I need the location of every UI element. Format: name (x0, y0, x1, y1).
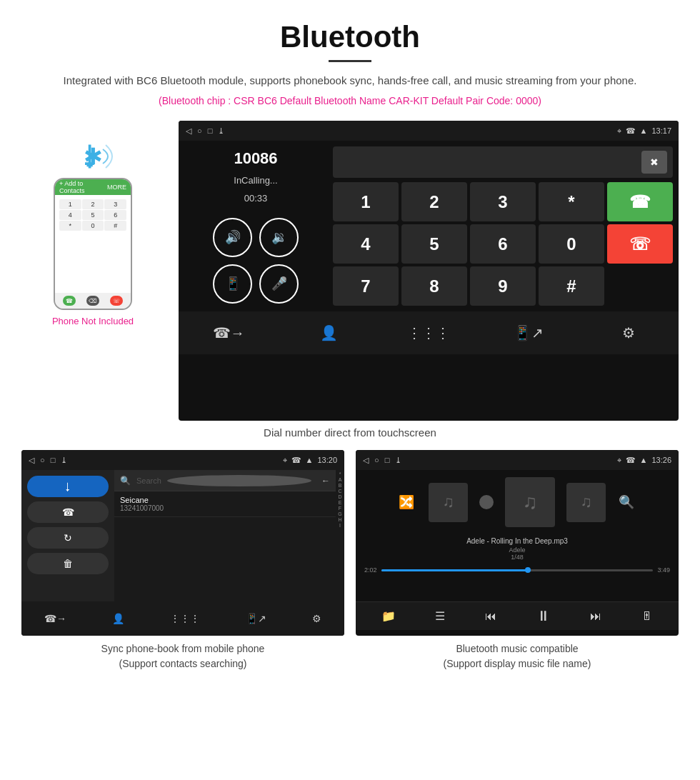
music-time: 13:26 (651, 456, 671, 464)
prev-icon[interactable]: ⏮ (485, 610, 496, 623)
key-6[interactable]: 6 (470, 224, 536, 264)
pb-call-icon: ☎ (291, 456, 301, 465)
key-2[interactable]: 2 (401, 182, 467, 221)
phone-key-4: 4 (59, 210, 81, 220)
key-3[interactable]: 3 (470, 182, 536, 221)
top-section: ✱ ⭣ + Add to Contacts MORE 1 2 3 4 5 (0, 121, 700, 421)
pb-alpha-I[interactable]: I (339, 523, 341, 528)
pb-empty-space (114, 517, 336, 601)
progress-bar[interactable] (381, 569, 654, 571)
pb-alpha-D[interactable]: D (338, 494, 341, 499)
pb-sync-btn[interactable]: ↻ (27, 527, 109, 549)
play-pause-icon[interactable]: ⏸ (536, 608, 551, 624)
pb-status-icons: ⌖ ☎ ▲ 13:20 (283, 456, 337, 465)
call-accept-btn[interactable]: ☎ (607, 182, 673, 221)
phone-screen-bar: + Add to Contacts MORE (55, 179, 131, 195)
nav-calls-icon[interactable]: ☎→ (211, 319, 246, 347)
music-nav-back: ◁ (363, 456, 369, 465)
key-5[interactable]: 5 (401, 224, 467, 264)
pb-alpha-F[interactable]: F (339, 506, 341, 511)
phonebook-caption: Sync phone-book from mobile phone(Suppor… (101, 636, 265, 683)
call-timer-text: 00:33 (244, 193, 268, 204)
pb-nav-calls[interactable]: ☎→ (44, 613, 66, 624)
key-8[interactable]: 8 (401, 266, 467, 306)
pb-delete-btn[interactable]: 🗑 (27, 553, 109, 574)
pb-nav-settings[interactable]: ⚙ (312, 613, 321, 624)
key-4[interactable]: 4 (333, 224, 399, 264)
key-hash[interactable]: # (539, 266, 604, 306)
volume-up-btn[interactable]: 🔊 (213, 218, 252, 257)
folder-icon[interactable]: 📁 (381, 609, 396, 623)
key-9[interactable]: 9 (470, 266, 536, 306)
progress-fill (381, 569, 531, 571)
pb-alpha-E[interactable]: E (339, 500, 342, 505)
call-icon: ☎ (626, 126, 636, 136)
pb-bottom-nav: ☎→ 👤 ⋮⋮⋮ 📱↗ ⚙ (21, 601, 344, 636)
pb-nav-transfer[interactable]: 📱↗ (246, 613, 266, 624)
music-caption-text: Bluetooth music compatible(Support displ… (444, 643, 591, 669)
music-caption: Bluetooth music compatible(Support displ… (444, 636, 591, 683)
delete-button[interactable]: ✖ (641, 151, 667, 174)
transfer-btn[interactable]: 📱 (213, 264, 252, 304)
pb-alpha-A[interactable]: A (339, 477, 342, 482)
pb-alphabet-index: * A B C D E F G H I (336, 470, 344, 601)
pb-phone-btn[interactable]: ☎ (27, 501, 109, 523)
next-icon[interactable]: ⏭ (590, 610, 601, 623)
music-controls: 📁 ☰ ⏮ ⏸ ⏭ 🎚 (356, 601, 679, 630)
phone-key-6: 6 (104, 210, 126, 220)
phonebook-screenshot-item: ◁ ○ □ ⤓ ⌖ ☎ ▲ 13:20 ⭣ ☎ ↻ (21, 450, 344, 683)
pb-alpha-G[interactable]: G (338, 511, 341, 516)
mic-btn[interactable]: 🎤 (259, 264, 299, 304)
pb-wifi-icon: ▲ (306, 456, 314, 464)
key-7[interactable]: 7 (333, 266, 399, 306)
number-input-field[interactable] (339, 156, 637, 168)
pb-nav-contacts[interactable]: 👤 (112, 613, 124, 624)
equalizer-icon[interactable]: 🎚 (641, 610, 653, 623)
call-number-display: 10086 (234, 149, 277, 168)
nav-back-icon: ◁ (186, 126, 191, 136)
key-star[interactable]: * (539, 182, 604, 221)
nav-contacts-icon[interactable]: 👤 (311, 319, 346, 347)
album-art-small-left: ♫ (429, 483, 468, 522)
status-bar-phonebook: ◁ ○ □ ⤓ ⌖ ☎ ▲ 13:20 (21, 450, 344, 470)
music-title: Adele - Rolling In the Deep.mp3 (361, 537, 673, 545)
svg-text:🔀: 🔀 (399, 494, 415, 510)
pb-contact-row[interactable]: Seicane 13241007000 (114, 491, 336, 517)
status-bar-music: ◁ ○ □ ⤓ ⌖ ☎ ▲ 13:26 (356, 450, 679, 470)
number-input-row: ✖ (333, 146, 673, 178)
title-divider (329, 60, 371, 62)
current-time: 2:02 (364, 566, 377, 574)
phone-not-included-label: Phone Not Included (52, 316, 134, 326)
pb-nav-recent: □ (51, 456, 56, 465)
dialer-right-panel: ✖ 1 2 3 * ☎ 4 5 6 0 ☏ 7 8 9 # (333, 146, 673, 306)
pb-alpha-B[interactable]: B (339, 483, 342, 488)
page-title: Bluetooth (29, 20, 671, 54)
pb-back-arrow: ← (321, 476, 330, 486)
pb-bluetooth-btn[interactable]: ⭣ (27, 476, 109, 497)
pb-search-text[interactable]: Search (136, 476, 161, 485)
nav-keypad-icon[interactable]: ⋮⋮⋮ (411, 319, 446, 347)
music-screen-mockup: ◁ ○ □ ⤓ ⌖ ☎ ▲ 13:26 🔀 (356, 450, 679, 636)
key-1[interactable]: 1 (333, 182, 399, 221)
call-end-btn[interactable]: ☏ (607, 224, 673, 264)
playlist-icon[interactable]: ☰ (435, 609, 445, 623)
music-left: 🔀 (397, 492, 417, 512)
pb-nav-keypad[interactable]: ⋮⋮⋮ (170, 613, 200, 624)
nav-settings-icon[interactable]: ⚙ (611, 319, 646, 347)
music-nav-download: ⤓ (395, 456, 401, 465)
volume-down-btn[interactable]: 🔉 (259, 218, 299, 257)
nav-transfer-icon[interactable]: 📱↗ (511, 319, 546, 347)
pb-alpha-star: * (339, 471, 341, 476)
phone-key-1: 1 (59, 199, 81, 209)
pb-alpha-H[interactable]: H (338, 517, 341, 522)
phone-key-star: * (59, 221, 81, 231)
phone-key-5: 5 (82, 210, 104, 220)
total-time: 3:49 (657, 566, 670, 574)
pb-alpha-C[interactable]: C (338, 489, 341, 494)
nav-download-icon: ⤓ (218, 126, 224, 136)
pb-mic-btn[interactable] (167, 475, 311, 486)
key-0[interactable]: 0 (539, 224, 604, 264)
pb-contact-number: 13241007000 (120, 504, 330, 512)
music-body: 🔀 ♫ ♫ ♫ 🔍 Adele - Rolling In the (356, 470, 679, 601)
music-nav-home: ○ (374, 456, 379, 465)
